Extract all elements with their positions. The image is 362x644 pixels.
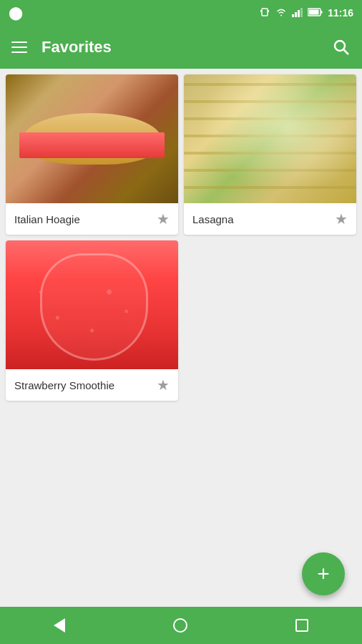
svg-rect-6 (300, 8, 303, 17)
favorite-star-italian-hoagie[interactable]: ★ (157, 210, 170, 228)
add-icon: + (317, 563, 330, 585)
add-recipe-fab[interactable]: + (302, 552, 345, 595)
favorite-star-smoothie[interactable]: ★ (157, 376, 170, 394)
signal-icon (292, 7, 303, 19)
back-button[interactable] (39, 613, 79, 638)
recipe-image-smoothie (6, 240, 178, 369)
search-button[interactable] (332, 38, 351, 57)
smoothie-image (6, 240, 178, 369)
recipe-card-lasagna[interactable]: Lasagna ★ (184, 74, 356, 235)
sandwich-image (6, 74, 178, 203)
app-bar: Favorites (0, 26, 362, 69)
battery-icon (308, 8, 323, 19)
favorite-star-lasagna[interactable]: ★ (335, 210, 348, 228)
svg-point-10 (335, 41, 345, 51)
recipe-card-strawberry-smoothie[interactable]: Strawberry Smoothie ★ (6, 240, 178, 401)
home-button[interactable] (159, 613, 202, 638)
lasagna-image (184, 74, 356, 203)
wifi-icon (275, 7, 288, 19)
svg-rect-3 (292, 14, 294, 17)
status-bar: ⬤ (0, 0, 362, 26)
recipe-card-info-lasagna: Lasagna ★ (184, 203, 356, 235)
menu-button[interactable] (11, 42, 27, 53)
svg-rect-0 (262, 9, 268, 16)
svg-line-11 (344, 50, 349, 55)
bottom-navigation (0, 607, 362, 644)
svg-rect-8 (321, 11, 323, 14)
app-title: Favorites (41, 38, 112, 57)
recipe-card-info-italian-hoagie: Italian Hoagie ★ (6, 203, 178, 235)
svg-rect-2 (268, 10, 270, 12)
recipe-name-lasagna: Lasagna (192, 213, 234, 225)
back-icon (54, 618, 65, 633)
recipe-name-smoothie: Strawberry Smoothie (14, 379, 114, 391)
svg-rect-1 (260, 10, 262, 12)
main-content: Italian Hoagie ★ Lasagna ★ Strawberry Sm… (0, 69, 362, 607)
svg-rect-9 (309, 9, 319, 14)
recents-button[interactable] (281, 613, 323, 638)
svg-rect-5 (298, 10, 300, 17)
recipe-name-italian-hoagie: Italian Hoagie (14, 213, 80, 225)
home-icon (173, 618, 187, 633)
svg-rect-4 (295, 12, 297, 17)
vibrate-icon (259, 6, 270, 20)
recipe-image-italian-hoagie (6, 74, 178, 203)
recipe-card-italian-hoagie[interactable]: Italian Hoagie ★ (6, 74, 178, 235)
android-icon: ⬤ (9, 5, 23, 21)
recipe-card-info-smoothie: Strawberry Smoothie ★ (6, 369, 178, 401)
time-display: 11:16 (328, 7, 353, 19)
recents-icon (295, 619, 308, 632)
recipe-image-lasagna (184, 74, 356, 203)
